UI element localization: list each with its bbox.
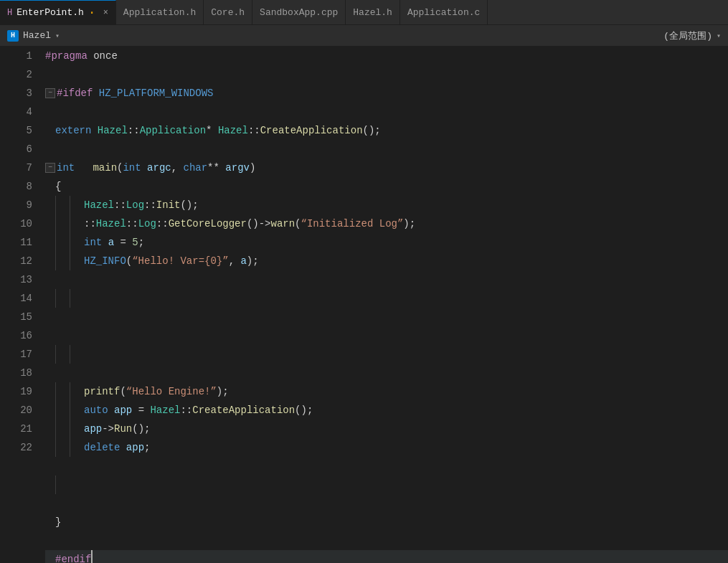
token-scope1: :: xyxy=(128,121,140,140)
token-close-paren: ) xyxy=(250,159,255,177)
breadcrumb-dropdown-arrow[interactable]: ▾ xyxy=(55,32,60,40)
collapse-ifdef[interactable]: − xyxy=(45,88,55,98)
line-num-20: 20 xyxy=(11,401,32,420)
token-space-argc xyxy=(141,159,147,177)
code-line-5: extern Hazel::Application* Hazel::Create… xyxy=(45,121,728,140)
token-ifdef: #ifdef xyxy=(57,84,99,103)
token-once: once xyxy=(88,47,118,65)
token-argc: argc xyxy=(147,159,171,177)
code-line-2 xyxy=(45,65,728,84)
token-comma: , xyxy=(171,159,184,177)
tab-close-entrypoint[interactable]: × xyxy=(103,8,108,18)
token-argv: argv xyxy=(225,159,250,177)
line-num-19: 19 xyxy=(11,382,32,401)
code-area: 1 2 3 4 5 6 7 8 9 10 11 12 13 14 15 16 1… xyxy=(0,47,728,563)
token-cursor: ​ xyxy=(91,550,93,563)
tab-core-h[interactable]: Core.h xyxy=(204,0,252,24)
tab-label-application-h: Application.h xyxy=(123,7,196,18)
tab-hazel-h[interactable]: Hazel.h xyxy=(346,0,400,24)
breadcrumb-scope[interactable]: Hazel xyxy=(23,30,51,41)
token-spaces xyxy=(75,159,93,177)
tab-label-application-cpp: Application.c xyxy=(407,7,480,18)
token-stars: ** xyxy=(207,159,225,177)
code-line-18: delete app; xyxy=(45,438,728,457)
line-num-17: 17 xyxy=(11,345,32,364)
breadcrumb-global-arrow[interactable]: ▾ xyxy=(717,32,721,40)
code-line-21 xyxy=(45,531,728,550)
code-line-7: −int main(int argc, char** argv) xyxy=(45,159,728,177)
token-char: char xyxy=(184,159,208,177)
tab-label-entrypoint: EnterPoint.h xyxy=(16,7,84,18)
token-hazel2: Hazel xyxy=(218,121,248,140)
token-application1: Application xyxy=(140,121,206,140)
token-scope2: :: xyxy=(248,121,260,140)
token-main: main xyxy=(93,159,117,177)
line-num-11: 11 xyxy=(11,233,32,252)
line-num-4: 4 xyxy=(11,103,32,121)
code-line-20: } xyxy=(45,513,728,531)
code-line-10: ::Hazel::Log::GetCoreLogger()->warn(“Ini… xyxy=(45,214,728,233)
breadcrumb-icon: H xyxy=(7,30,19,42)
token-endif: #endif xyxy=(55,550,91,563)
breadcrumb-global-scope[interactable]: (全局范围) xyxy=(663,29,712,42)
line-num-22: 22 xyxy=(11,438,32,457)
collapse-main[interactable]: − xyxy=(45,163,55,173)
token-createapp1: CreateApplication xyxy=(260,121,363,140)
token-hazel-log-1: Hazel xyxy=(84,196,114,214)
line-num-13: 13 xyxy=(11,270,32,289)
tab-label-hazel-h: Hazel.h xyxy=(353,7,392,18)
line-num-10: 10 xyxy=(11,214,32,233)
code-line-4 xyxy=(45,103,728,121)
code-line-15: printf(“Hello Engine!”); xyxy=(45,382,728,401)
tab-entrypoint[interactable]: H EnterPoint.h · × xyxy=(0,0,116,24)
tab-modified-dot: · xyxy=(88,6,96,19)
line-num-21: 21 xyxy=(11,420,32,438)
code-line-13 xyxy=(45,270,728,326)
tab-sandboxapp-cpp[interactable]: SandboxApp.cpp xyxy=(252,0,346,24)
tab-bar: H EnterPoint.h · × Application.h Core.h … xyxy=(0,0,728,25)
line-numbers: 1 2 3 4 5 6 7 8 9 10 11 12 13 14 15 16 1… xyxy=(0,47,39,563)
code-line-14 xyxy=(45,326,728,382)
tab-label-core-h: Core.h xyxy=(211,7,245,18)
code-line-9: Hazel::Log::Init(); xyxy=(45,196,728,214)
tab-label-sandboxapp-cpp: SandboxApp.cpp xyxy=(260,7,338,18)
code-line-11: int a = 5; xyxy=(45,233,728,252)
token-int-main: int xyxy=(57,159,75,177)
token-int-argc: int xyxy=(123,159,141,177)
token-macro: HZ_PLATFORM_WINDOWS xyxy=(99,84,214,103)
token-star: * xyxy=(206,121,218,140)
token-open-brace: { xyxy=(55,177,61,196)
line-num-5: 5 xyxy=(11,121,32,140)
code-line-12: HZ_INFO(“Hello! Var={0}”, a); xyxy=(45,252,728,270)
line-num-2: 2 xyxy=(11,65,32,84)
line-num-18: 18 xyxy=(11,364,32,382)
token-open-paren: ( xyxy=(117,159,123,177)
line-num-9: 9 xyxy=(11,196,32,214)
tab-application-h[interactable]: Application.h xyxy=(116,0,204,24)
line-num-1: 1 xyxy=(11,47,32,65)
line-num-8: 8 xyxy=(11,177,32,196)
line-num-3: 3 xyxy=(11,84,32,103)
line-num-16: 16 xyxy=(11,326,32,345)
code-line-16: auto app = Hazel::CreateApplication(); xyxy=(45,401,728,420)
line-num-7: 7 xyxy=(11,159,32,177)
token-parens1: (); xyxy=(363,121,381,140)
code-line-6 xyxy=(45,140,728,159)
code-content[interactable]: #pragma once −#ifdef HZ_PLATFORM_WINDOWS… xyxy=(39,47,728,563)
tab-icon-entrypoint: H xyxy=(7,8,12,18)
line-num-15: 15 xyxy=(11,308,32,326)
code-line-17: app->Run(); xyxy=(45,420,728,438)
breadcrumb-bar: H Hazel ▾ (全局范围) ▾ xyxy=(0,25,728,47)
code-line-8: { xyxy=(45,177,728,196)
token-extern: extern xyxy=(55,121,98,140)
token-pragma: #pragma xyxy=(45,47,88,65)
code-line-1: #pragma once xyxy=(45,47,728,65)
code-line-22: #endif​ xyxy=(45,550,728,563)
token-hazel1: Hazel xyxy=(98,121,128,140)
tab-application-cpp[interactable]: Application.c xyxy=(400,0,488,24)
code-line-3: −#ifdef HZ_PLATFORM_WINDOWS xyxy=(45,84,728,103)
line-num-12: 12 xyxy=(11,252,32,270)
line-num-6: 6 xyxy=(11,140,32,159)
line-num-14: 14 xyxy=(11,289,32,308)
code-line-19 xyxy=(45,457,728,513)
